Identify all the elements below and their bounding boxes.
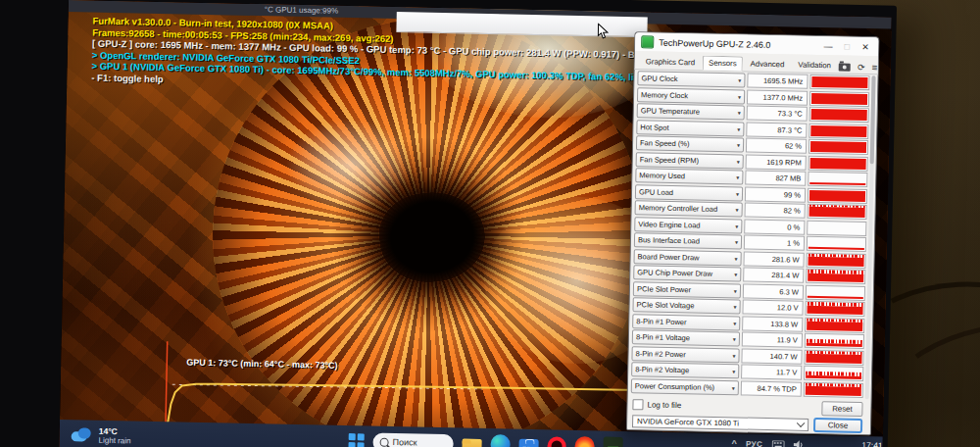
sensor-label-dropdown[interactable]: Video Engine Load▾ xyxy=(634,217,742,233)
file-explorer-icon[interactable] xyxy=(462,439,481,447)
gpuz-window-title: TechPowerUp GPU-Z 2.46.0 xyxy=(659,37,816,50)
refresh-icon[interactable]: ⟳ xyxy=(858,64,865,72)
gpuz-window: TechPowerUp GPU-Z 2.46.0 — □ ✕ Graphics … xyxy=(626,31,879,435)
chevron-down-icon: ▾ xyxy=(732,384,735,391)
sensor-graph xyxy=(809,74,869,90)
language-indicator[interactable]: РУС xyxy=(746,439,763,447)
chevron-down-icon: ▾ xyxy=(734,303,737,310)
tab-advanced[interactable]: Advanced xyxy=(745,56,791,72)
sensor-label-dropdown[interactable]: Power Consumption (%)▾ xyxy=(631,378,739,395)
keyboard-icon[interactable] xyxy=(771,440,784,447)
sensor-label-dropdown[interactable]: GPU Load▾ xyxy=(635,184,743,201)
sensor-graph xyxy=(804,366,863,381)
sensor-graph xyxy=(808,172,867,187)
sensor-graph xyxy=(808,187,867,203)
chevron-down-icon: ▾ xyxy=(737,141,740,148)
sensor-value: 1 % xyxy=(744,234,805,250)
chevron-down-icon: ▾ xyxy=(733,335,736,342)
sensor-label-dropdown[interactable]: Board Power Draw▾ xyxy=(634,249,742,266)
sensor-value: 73.3 °C xyxy=(747,106,808,122)
sensor-label-dropdown[interactable]: 8-Pin #2 Voltage▾ xyxy=(631,362,739,378)
sensor-label-dropdown[interactable]: Bus Interface Load▾ xyxy=(634,232,742,249)
start-button[interactable] xyxy=(348,433,364,447)
furmark-app-icon[interactable] xyxy=(574,436,594,447)
opera-browser-icon[interactable] xyxy=(547,436,565,447)
sensor-label-dropdown[interactable]: 8-Pin #1 Power▾ xyxy=(632,314,740,330)
sensor-value: 281.4 W xyxy=(743,267,804,282)
furmark-title-text: °C GPU1 usage:99% xyxy=(265,5,338,16)
chevron-down-icon: ▾ xyxy=(732,352,735,359)
gpu-select-dropdown[interactable]: NVIDIA GeForce GTX 1080 Ti xyxy=(632,415,808,431)
chevron-down-icon: ▾ xyxy=(735,223,738,229)
sensor-label-dropdown[interactable]: PCIe Slot Voltage▾ xyxy=(632,297,740,314)
sensor-value: 827 MB xyxy=(745,170,806,185)
sensor-value: 133.8 W xyxy=(742,316,803,331)
tab-validation[interactable]: Validation xyxy=(792,57,837,73)
sensor-label-dropdown[interactable]: PCIe Slot Power▾ xyxy=(633,281,741,298)
chevron-down-icon: ▾ xyxy=(736,190,739,197)
sensor-label-dropdown[interactable]: 8-Pin #2 Power▾ xyxy=(631,346,739,363)
search-input[interactable]: Поиск xyxy=(372,432,453,447)
sensor-graph xyxy=(805,333,864,349)
chevron-down-icon xyxy=(797,419,805,426)
chevron-down-icon: ▾ xyxy=(736,174,739,180)
log-to-file-label: Log to file xyxy=(647,400,681,410)
sensor-graph xyxy=(806,252,865,268)
chevron-down-icon: ▾ xyxy=(736,206,739,213)
menu-icon[interactable]: ≡ xyxy=(871,64,877,72)
search-placeholder: Поиск xyxy=(393,437,417,447)
tab-graphics-card[interactable]: Graphics Card xyxy=(640,54,702,70)
chevron-down-icon: ▾ xyxy=(738,109,741,116)
monitor-screen: °C GPU1 usage:99% FurMark v1.30.0.0 - Bu… xyxy=(59,0,892,447)
sensor-value: 281.6 W xyxy=(743,251,804,267)
close-button[interactable]: Close xyxy=(813,418,862,433)
chevron-down-icon: ▾ xyxy=(735,238,738,245)
chevron-down-icon: ▾ xyxy=(737,158,740,165)
sensor-label-dropdown[interactable]: GPU Clock▾ xyxy=(637,71,745,87)
sensor-label-dropdown[interactable]: Hot Spot▾ xyxy=(636,120,744,136)
reset-button[interactable]: Reset xyxy=(821,401,862,417)
sensor-graph xyxy=(804,349,863,365)
edge-browser-icon[interactable] xyxy=(490,434,510,447)
sensor-graph xyxy=(809,107,869,123)
search-icon xyxy=(380,437,389,446)
sensor-value: 84.7 % TDP xyxy=(741,380,802,396)
microsoft-store-icon[interactable] xyxy=(518,439,538,447)
chevron-down-icon: ▾ xyxy=(734,287,737,294)
chevron-down-icon: ▾ xyxy=(735,255,738,262)
sensor-row: Power Consumption (%)▾ 84.7 % TDP xyxy=(631,378,863,398)
close-window-button[interactable]: ✕ xyxy=(858,41,872,51)
sensor-value: 99 % xyxy=(745,186,806,202)
minimize-button[interactable]: — xyxy=(821,41,835,51)
sensor-label-dropdown[interactable]: 8-Pin #1 Voltage▾ xyxy=(632,329,740,346)
weather-condition: Light rain xyxy=(99,436,131,446)
sensor-graph xyxy=(805,301,864,317)
sensor-label-dropdown[interactable]: Memory Clock▾ xyxy=(637,87,745,104)
speaker-icon[interactable] xyxy=(793,440,804,447)
taskbar-clock[interactable]: 17:41 xyxy=(842,440,883,447)
gpuz-app-icon[interactable] xyxy=(603,437,622,447)
weather-widget[interactable]: 14°C Light rain xyxy=(70,425,131,445)
sensor-label-dropdown[interactable]: GPU Temperature▾ xyxy=(637,103,745,120)
sensor-graph xyxy=(808,139,868,155)
sensor-label-dropdown[interactable]: Memory Controller Load▾ xyxy=(635,200,743,217)
tray-overflow-chevron[interactable]: ^ xyxy=(732,438,737,447)
sensor-graph xyxy=(809,90,869,106)
weather-temp: 14°C xyxy=(99,426,131,437)
sensor-label-dropdown[interactable]: GPU Chip Power Draw▾ xyxy=(633,265,741,281)
sensor-label-dropdown[interactable]: Memory Used▾ xyxy=(635,168,743,184)
screenshot-camera-icon[interactable] xyxy=(839,63,851,71)
sensor-value: 1619 RPM xyxy=(746,154,807,170)
tab-sensors[interactable]: Sensors xyxy=(703,56,743,72)
sensor-graph xyxy=(805,317,864,332)
sensor-label-dropdown[interactable]: Fan Speed (RPM)▾ xyxy=(636,152,744,169)
gpuz-logo-icon xyxy=(641,35,654,48)
maximize-button: □ xyxy=(840,41,854,51)
sensor-label-dropdown[interactable]: Fan Speed (%)▾ xyxy=(636,135,744,152)
sensor-graph xyxy=(808,123,868,138)
sensor-value: 62 % xyxy=(746,138,807,154)
sensor-graph xyxy=(808,155,868,171)
sensor-graph xyxy=(807,220,866,235)
log-to-file-checkbox[interactable] xyxy=(632,399,643,410)
gpu-select-value: NVIDIA GeForce GTX 1080 Ti xyxy=(637,417,739,427)
